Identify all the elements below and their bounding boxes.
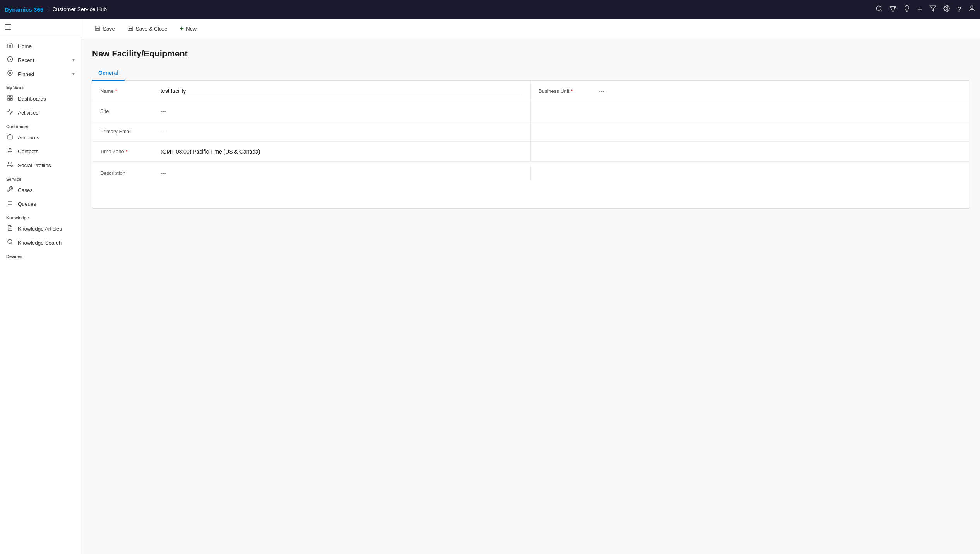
section-knowledge: Knowledge — [0, 211, 81, 222]
help-icon[interactable]: ? — [957, 5, 961, 14]
form-col-time-zone: Time Zone * (GMT-08:00) Pacific Time (US… — [92, 142, 531, 161]
form-col-primary-email: Primary Email --- — [92, 121, 531, 141]
settings-icon[interactable] — [943, 5, 950, 14]
brand-area: Dynamics 365 | Customer Service Hub — [5, 6, 107, 13]
form-col-site: Site --- — [92, 101, 531, 121]
form-col-email-empty — [531, 121, 969, 141]
business-unit-required: * — [571, 88, 573, 94]
activities-icon — [6, 109, 14, 116]
contacts-icon — [6, 147, 14, 155]
sidebar-item-queues-label: Queues — [18, 201, 36, 207]
business-unit-label: Business Unit * — [539, 88, 593, 94]
sidebar-item-social-profiles-label: Social Profiles — [18, 162, 51, 168]
site-value[interactable]: --- — [154, 108, 523, 115]
name-value[interactable] — [154, 87, 523, 95]
main-layout: ☰ Home Recent ▾ Pinned ▾ — [0, 19, 980, 554]
top-navigation: Dynamics 365 | Customer Service Hub + ? — [0, 0, 980, 19]
form-col-site-empty — [531, 101, 969, 121]
form-row-0: Name * Business Unit * — [92, 81, 969, 101]
pinned-expand-icon: ▾ — [72, 71, 75, 77]
name-label: Name * — [100, 88, 154, 94]
sidebar-item-home[interactable]: Home — [0, 39, 81, 53]
save-close-button[interactable]: Save & Close — [122, 23, 173, 35]
form-col-description: Description --- — [92, 166, 531, 180]
time-zone-value[interactable]: (GMT-08:00) Pacific Time (US & Canada) — [154, 149, 523, 155]
svg-rect-9 — [10, 98, 12, 100]
sidebar-item-knowledge-search[interactable]: Knowledge Search — [0, 236, 81, 250]
user-icon[interactable] — [968, 5, 975, 14]
queues-icon — [6, 200, 14, 208]
site-label: Site — [100, 108, 154, 114]
tab-general-label: General — [98, 70, 118, 76]
sidebar-item-contacts[interactable]: Contacts — [0, 144, 81, 158]
primary-email-value[interactable]: --- — [154, 128, 523, 135]
brand-app-name: Customer Service Hub — [52, 6, 107, 12]
sidebar-item-activities-label: Activities — [18, 110, 38, 116]
toolbar: Save Save & Close + New — [81, 19, 980, 39]
section-service: Service — [0, 172, 81, 183]
form-section-general: Name * Business Unit * — [92, 81, 969, 208]
svg-rect-8 — [10, 96, 12, 97]
knowledge-search-icon — [6, 239, 14, 246]
form-col-name: Name * — [92, 81, 531, 101]
sidebar: ☰ Home Recent ▾ Pinned ▾ — [0, 19, 81, 554]
sidebar-nav: Home Recent ▾ Pinned ▾ My Work — [0, 36, 81, 263]
svg-point-18 — [8, 239, 12, 244]
description-label: Description — [100, 170, 154, 176]
sidebar-item-cases-label: Cases — [18, 187, 32, 193]
filter-icon[interactable] — [929, 5, 936, 14]
sidebar-item-knowledge-search-label: Knowledge Search — [18, 240, 62, 246]
sidebar-item-accounts[interactable]: Accounts — [0, 130, 81, 144]
name-input[interactable] — [161, 87, 523, 95]
save-close-icon — [127, 25, 133, 33]
recent-icon — [6, 56, 14, 64]
plus-icon[interactable]: + — [917, 4, 922, 14]
page-title: New Facility/Equipment — [92, 49, 969, 59]
tab-general[interactable]: General — [92, 67, 125, 81]
sidebar-item-knowledge-articles[interactable]: Knowledge Articles — [0, 222, 81, 236]
lightbulb-icon[interactable] — [903, 5, 910, 14]
svg-line-19 — [11, 243, 12, 244]
pinned-icon — [6, 70, 14, 78]
new-button[interactable]: + New — [174, 22, 202, 35]
form-row-3: Time Zone * (GMT-08:00) Pacific Time (US… — [92, 142, 969, 162]
dashboards-icon — [6, 95, 14, 103]
accounts-icon — [6, 133, 14, 141]
trophy-icon[interactable] — [889, 5, 896, 14]
svg-point-4 — [971, 6, 973, 8]
recent-expand-icon: ▾ — [72, 57, 75, 63]
svg-point-6 — [9, 72, 11, 74]
business-unit-value[interactable]: --- — [593, 88, 961, 94]
svg-rect-10 — [8, 98, 10, 100]
svg-point-11 — [9, 148, 11, 150]
sidebar-item-dashboards[interactable]: Dashboards — [0, 92, 81, 106]
form-row-1: Site --- — [92, 101, 969, 121]
form-col-business-unit: Business Unit * --- — [531, 81, 969, 101]
svg-marker-2 — [930, 6, 936, 11]
sidebar-item-recent-label: Recent — [18, 57, 34, 63]
brand-logo[interactable]: Dynamics 365 — [5, 6, 43, 13]
svg-rect-7 — [8, 96, 10, 97]
section-customers: Customers — [0, 120, 81, 130]
form-row-2: Primary Email --- — [92, 121, 969, 142]
sidebar-item-pinned[interactable]: Pinned ▾ — [0, 67, 81, 81]
new-button-label: New — [186, 26, 197, 32]
sidebar-item-knowledge-articles-label: Knowledge Articles — [18, 226, 62, 232]
sidebar-top: ☰ — [0, 19, 81, 36]
save-close-button-label: Save & Close — [136, 26, 168, 32]
sidebar-item-social-profiles[interactable]: Social Profiles — [0, 158, 81, 172]
knowledge-articles-icon — [6, 225, 14, 233]
home-icon — [6, 42, 14, 50]
sidebar-item-cases[interactable]: Cases — [0, 183, 81, 197]
svg-line-1 — [881, 10, 882, 11]
svg-point-3 — [946, 7, 948, 9]
sidebar-item-queues[interactable]: Queues — [0, 197, 81, 211]
tabs: General — [92, 67, 969, 81]
sidebar-item-recent[interactable]: Recent ▾ — [0, 53, 81, 67]
search-icon[interactable] — [876, 5, 883, 14]
description-value[interactable]: --- — [154, 170, 523, 176]
hamburger-menu[interactable]: ☰ — [5, 23, 12, 31]
form-card: Name * Business Unit * — [92, 81, 969, 209]
sidebar-item-activities[interactable]: Activities — [0, 106, 81, 120]
save-button[interactable]: Save — [89, 23, 120, 35]
